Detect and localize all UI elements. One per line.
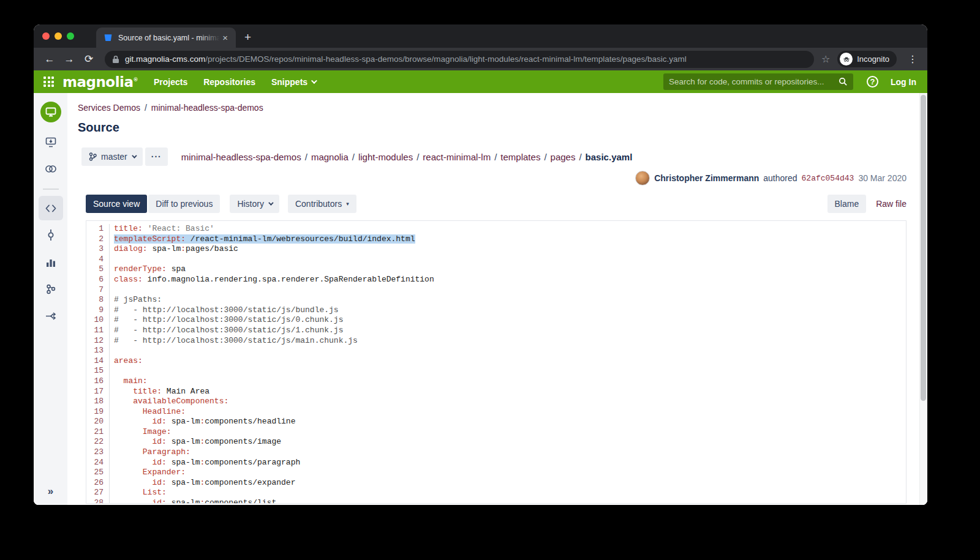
- tab-source-view[interactable]: Source view: [86, 195, 147, 213]
- browser-menu-icon[interactable]: ⋮: [905, 53, 920, 65]
- line-number[interactable]: 3: [86, 244, 110, 255]
- project-avatar[interactable]: [40, 102, 61, 122]
- clone-icon[interactable]: [39, 130, 63, 154]
- back-icon[interactable]: ←: [41, 51, 58, 68]
- source-browse-icon[interactable]: [39, 196, 63, 220]
- sidebar-expand-icon[interactable]: »: [34, 485, 67, 498]
- search-input[interactable]: [669, 77, 839, 86]
- raw-file-link[interactable]: Raw file: [876, 199, 907, 209]
- line-number[interactable]: 18: [86, 397, 110, 407]
- path-segment-link[interactable]: react-minimal-lm: [423, 152, 491, 162]
- code-text: Headline:: [110, 407, 186, 417]
- line-number[interactable]: 15: [86, 366, 110, 376]
- line-number[interactable]: 8: [86, 295, 110, 305]
- nav-item-snippets[interactable]: Snippets: [271, 77, 315, 87]
- bookmark-star-icon[interactable]: ☆: [821, 53, 830, 65]
- line-number[interactable]: 13: [86, 346, 110, 356]
- line-number[interactable]: 19: [86, 407, 110, 417]
- path-segment-link[interactable]: minimal-headless-spa-demos: [181, 152, 301, 162]
- line-number[interactable]: 10: [86, 315, 110, 326]
- branch-icon: [89, 152, 97, 161]
- code-line-10: 10# - http://localhost:3000/static/js/0.…: [86, 315, 906, 326]
- desktop-background: Source of basic.yaml - minimal × + ← → ⟳…: [0, 0, 980, 560]
- path-segment-link[interactable]: templates: [500, 152, 540, 162]
- code-line-14: 14areas:: [86, 356, 906, 367]
- code-text: templateScript: /react-minimal-lm/webres…: [110, 234, 415, 245]
- forks-icon[interactable]: [39, 304, 63, 328]
- magnolia-logo[interactable]: magnolia®: [62, 74, 138, 90]
- code-text: renderType: spa: [110, 264, 186, 275]
- url-bar[interactable]: git.magnolia-cms.com /projects/DEMOS/rep…: [105, 51, 814, 68]
- line-number[interactable]: 20: [86, 417, 110, 427]
- browser-tab[interactable]: Source of basic.yaml - minimal ×: [96, 28, 236, 48]
- line-number[interactable]: 14: [86, 356, 110, 367]
- line-number[interactable]: 5: [86, 264, 110, 275]
- breadcrumb-project-link[interactable]: Services Demos: [78, 103, 140, 113]
- author-avatar[interactable]: [635, 171, 650, 185]
- chevron-down-icon: [132, 153, 137, 158]
- app-switcher-icon[interactable]: [43, 77, 54, 87]
- line-number[interactable]: 25: [86, 468, 110, 478]
- line-number[interactable]: 7: [86, 285, 110, 296]
- tab-diff-to-previous[interactable]: Diff to previous: [148, 195, 220, 213]
- code-text: [110, 346, 114, 356]
- line-number[interactable]: 17: [86, 387, 110, 397]
- repo-sidebar: »: [34, 93, 67, 505]
- line-number[interactable]: 27: [86, 488, 110, 498]
- history-dropdown[interactable]: History: [230, 195, 279, 213]
- branch-selector[interactable]: master: [81, 147, 143, 166]
- line-number[interactable]: 12: [86, 336, 110, 346]
- code-line-3: 3dialog: spa-lm:pages/basic: [86, 244, 906, 255]
- code-line-4: 4: [86, 255, 906, 265]
- forward-icon[interactable]: →: [61, 51, 78, 68]
- source-code-view[interactable]: 1title: 'React: Basic'2templateScript: /…: [86, 220, 907, 504]
- nav-item-projects[interactable]: Projects: [154, 77, 187, 87]
- new-tab-button[interactable]: +: [244, 31, 251, 44]
- tab-close-icon[interactable]: ×: [219, 31, 231, 44]
- nav-item-repositories[interactable]: Repositories: [203, 77, 255, 87]
- commit-action: authored: [763, 173, 797, 183]
- compare-icon[interactable]: [39, 157, 63, 181]
- path-segment-link[interactable]: light-modules: [358, 152, 413, 162]
- app-header: magnolia® ProjectsRepositoriesSnippets ?…: [34, 70, 927, 93]
- path-separator: /: [417, 152, 419, 162]
- line-number[interactable]: 23: [86, 447, 110, 458]
- code-line-24: 24 id: spa-lm:components/paragraph: [86, 458, 906, 468]
- lock-icon: [112, 55, 119, 64]
- line-number[interactable]: 26: [86, 478, 110, 488]
- search-icon[interactable]: [839, 77, 848, 86]
- login-link[interactable]: Log In: [891, 77, 916, 87]
- path-segment-link[interactable]: pages: [551, 152, 576, 162]
- commit-hash-link[interactable]: 62afc054d43: [802, 174, 854, 183]
- scrollbar-thumb[interactable]: [921, 95, 926, 401]
- code-line-28: 28 id: spa-lm:components/list: [86, 498, 906, 504]
- reload-icon[interactable]: ⟳: [80, 51, 97, 68]
- page-scrollbar[interactable]: [919, 93, 927, 505]
- code-text: # - http://localhost:3000/static/js/0.ch…: [110, 315, 343, 326]
- line-number[interactable]: 1: [86, 224, 110, 234]
- branches-icon[interactable]: [39, 250, 63, 274]
- line-number[interactable]: 24: [86, 458, 110, 468]
- blame-button[interactable]: Blame: [827, 195, 867, 213]
- branch-more-button[interactable]: ···: [145, 147, 168, 166]
- close-window-button[interactable]: [42, 32, 50, 40]
- line-number[interactable]: 4: [86, 255, 110, 265]
- commits-icon[interactable]: [39, 223, 63, 247]
- line-number[interactable]: 21: [86, 427, 110, 438]
- code-text: Image:: [110, 427, 172, 438]
- line-number[interactable]: 11: [86, 326, 110, 336]
- line-number[interactable]: 16: [86, 376, 110, 387]
- line-number[interactable]: 28: [86, 498, 110, 504]
- line-number[interactable]: 2: [86, 234, 110, 245]
- line-number[interactable]: 6: [86, 275, 110, 285]
- contributors-dropdown[interactable]: Contributors▾: [288, 195, 356, 213]
- line-number[interactable]: 9: [86, 305, 110, 316]
- code-line-7: 7: [86, 285, 906, 296]
- zoom-window-button[interactable]: [67, 32, 74, 40]
- path-segment-link[interactable]: magnolia: [311, 152, 349, 162]
- help-icon[interactable]: ?: [867, 76, 878, 88]
- minimize-window-button[interactable]: [55, 32, 62, 40]
- pull-requests-icon[interactable]: [39, 277, 63, 301]
- breadcrumb-repo-link[interactable]: minimal-headless-spa-demos: [151, 103, 263, 113]
- line-number[interactable]: 22: [86, 437, 110, 447]
